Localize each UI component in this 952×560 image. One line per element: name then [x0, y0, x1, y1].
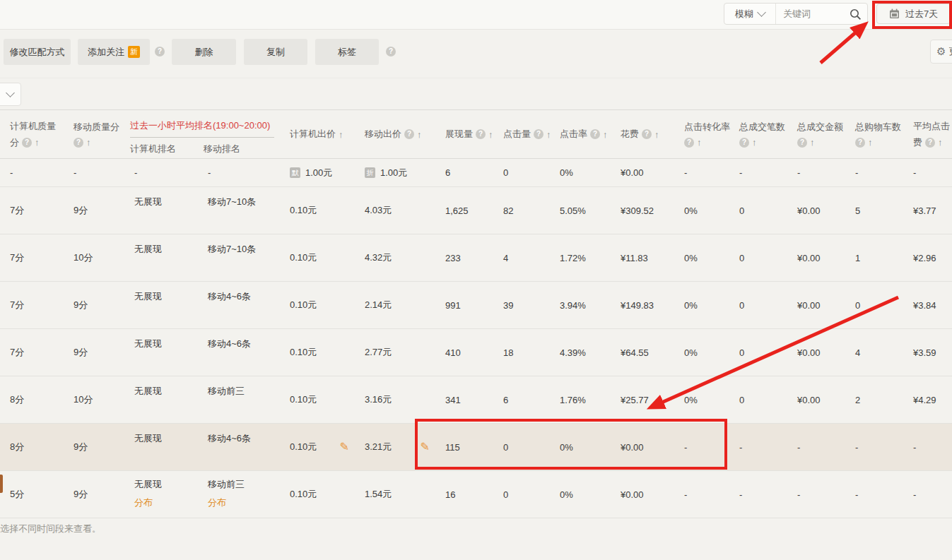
cell-value: ¥149.83 [621, 300, 654, 311]
cell-pc_rank: 无展现 [124, 282, 198, 328]
col-header-cvr[interactable]: 点击转化率?↑ [674, 110, 729, 158]
col-header-carts[interactable]: 总购物车数?↑ [845, 110, 903, 158]
cell-value: 8分 [10, 441, 24, 453]
cell-avg_cpc: ¥3.59 [903, 329, 952, 376]
cell-orders: 0 [729, 234, 787, 281]
cell-value: - [797, 167, 800, 178]
cell-ctr: 1.76% [550, 376, 611, 423]
col-header-clicks[interactable]: 点击量?↑ [493, 110, 550, 158]
divider [130, 137, 274, 138]
tag-button[interactable]: 标签 [315, 39, 379, 65]
cell-value: ¥4.29 [913, 395, 936, 405]
cell-value: - [684, 167, 687, 178]
cell-ctr: 3.94% [550, 282, 611, 328]
col-header-pc_bid[interactable]: 计算机出价↑ [280, 110, 355, 158]
table-row[interactable]: 7分10分无展现移动7~10条0.10元4.32元23341.72%¥11.83… [0, 234, 952, 282]
col-header-pc_quality[interactable]: 计算机质量分?↑ [0, 110, 64, 158]
col-header-mobile_quality[interactable]: 移动质量分?↑ [64, 110, 124, 158]
distribution-link[interactable]: 分布 [208, 496, 226, 509]
table-row[interactable]: 7分9分无展现移动4~6条0.10元2.77元410184.39%¥64.550… [0, 329, 952, 376]
col-header-pc_rank[interactable]: 计算机排名 [124, 143, 198, 155]
cell-carts: 2 [845, 376, 903, 423]
help-icon[interactable]: ? [925, 138, 935, 148]
help-icon[interactable]: ? [534, 129, 543, 139]
bid-badge: 折 [365, 167, 375, 178]
help-icon[interactable]: ? [739, 138, 749, 148]
cell-value: 0 [739, 205, 744, 216]
copy-button[interactable]: 复制 [244, 39, 307, 65]
col-header-revenue[interactable]: 总成交金额?↑ [787, 110, 845, 158]
cell-mobile_rank: 移动前三 [198, 376, 280, 423]
cell-value: 3.21元 [365, 441, 392, 453]
cell-pc_rank: 无展现 [124, 424, 198, 470]
cell-cvr: - [674, 159, 729, 186]
cell-value: 991 [445, 300, 461, 311]
cell-mobile_rank: 移动前三分布 [198, 471, 280, 518]
cell-avg_cpc: ¥3.84 [903, 282, 952, 328]
col-header-orders[interactable]: 总成交笔数?↑ [729, 110, 787, 158]
help-icon[interactable]: ? [642, 129, 652, 139]
table-row[interactable]: 7分9分无展现移动4~6条0.10元2.14元991393.94%¥149.83… [0, 282, 952, 329]
cell-revenue: ¥0.00 [787, 187, 845, 234]
cell-value: 0.10元 [290, 251, 317, 264]
cell-carts: 5 [845, 187, 903, 234]
cell-mobile_quality: 10分 [64, 376, 124, 423]
help-icon[interactable]: ? [855, 138, 865, 148]
edit-bid-pencil-icon[interactable]: ✎ [421, 441, 430, 453]
edit-bid-pencil-icon[interactable]: ✎ [340, 441, 349, 453]
col-header-cost[interactable]: 花费?↑ [611, 110, 674, 158]
help-icon[interactable]: ? [476, 129, 486, 139]
filter-dropdown-stub[interactable] [0, 83, 21, 106]
help-icon[interactable]: ? [74, 138, 83, 148]
cell-pc_bid: 0.10元 [280, 282, 355, 328]
date-range-label: 过去7天 [905, 8, 938, 20]
fuzzy-match-dropdown[interactable]: 模糊 [724, 4, 776, 24]
cell-value: ¥3.59 [913, 347, 936, 358]
search-icon[interactable] [850, 8, 862, 20]
cell-mobile_quality: 9分 [64, 424, 124, 470]
table-row[interactable]: ----默1.00元折1.00元600%¥0.00----- [0, 159, 952, 187]
col-header-ctr[interactable]: 点击率?↑ [550, 110, 611, 158]
table-row[interactable]: 5分9分无展现分布移动前三分布0.10元1.54元1600%¥0.00----- [0, 471, 952, 518]
help-icon[interactable]: ? [590, 129, 600, 139]
date-range-button[interactable]: 过去7天 [876, 4, 951, 24]
add-watch-button[interactable]: 添加关注 新 [78, 39, 150, 65]
delete-button[interactable]: 删除 [172, 39, 236, 65]
keyword-search-group: 模糊 [724, 3, 868, 25]
cell-value: ¥0.00 [797, 347, 821, 358]
calendar-icon [889, 8, 900, 19]
keyword-search-box [776, 4, 867, 24]
help-icon[interactable]: ? [386, 47, 396, 56]
help-icon[interactable]: ? [797, 138, 807, 148]
cell-value: 233 [445, 253, 461, 263]
cell-mobile_rank: 移动7~10条 [198, 234, 280, 281]
cell-value: 0% [560, 489, 573, 500]
help-icon[interactable]: ? [404, 129, 414, 139]
col-header-mobile_rank[interactable]: 移动排名 [198, 143, 280, 155]
cell-value: 410 [445, 347, 461, 358]
cell-carts: 0 [845, 282, 903, 328]
table-row[interactable]: 8分10分无展现移动前三0.10元3.16元34161.76%¥25.770%0… [0, 376, 952, 424]
help-icon[interactable]: ? [155, 47, 165, 56]
modify-match-type-button[interactable]: 修改匹配方式 [4, 39, 71, 65]
cell-value: 0.10元 [290, 393, 317, 406]
cell-value: 6 [445, 167, 450, 178]
cell-value: 移动前三 [208, 385, 245, 398]
cell-avg_cpc: ¥3.77 [903, 187, 952, 234]
col-header-label: 平均点击 [913, 120, 952, 133]
customize-columns-button[interactable]: ⚙ 更 [930, 40, 952, 64]
help-icon[interactable]: ? [22, 138, 32, 148]
cell-value: 0 [503, 489, 508, 500]
cell-value: 无展现 [134, 432, 162, 445]
distribution-link[interactable]: 分布 [134, 496, 153, 509]
col-header-mobile_bid[interactable]: 移动出价?↑ [355, 110, 435, 158]
col-header-avg_cpc[interactable]: 平均点击费?↑ [903, 110, 952, 158]
col-header-impressions[interactable]: 展现量?↑ [435, 110, 493, 158]
cell-value: 1.76% [560, 395, 586, 405]
cell-pc_bid: 0.10元 [280, 187, 355, 234]
table-row[interactable]: 7分9分无展现移动7~10条0.10元4.03元1,625825.05%¥309… [0, 187, 952, 234]
cell-ctr: 0% [550, 471, 611, 518]
table-row[interactable]: 8分9分无展现移动4~6条0.10元✎3.21元✎11500%¥0.00----… [0, 424, 952, 471]
cell-value: 9分 [74, 346, 88, 359]
help-icon[interactable]: ? [684, 138, 694, 148]
